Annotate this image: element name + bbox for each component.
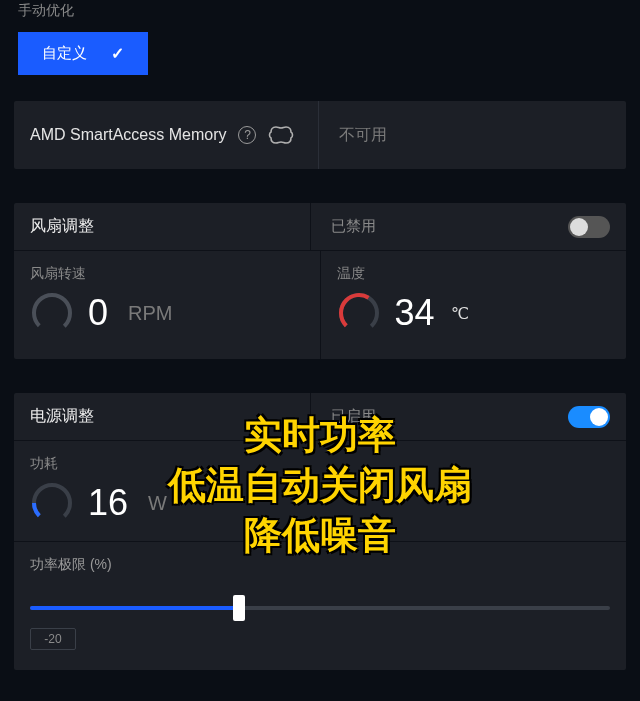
- temperature-unit: ℃: [451, 304, 469, 323]
- temperature-value: 34: [395, 292, 435, 334]
- power-tuning-panel: 电源调整 已启用 功耗 16 W 功率极限 (%): [14, 393, 626, 670]
- check-icon: ✓: [111, 44, 124, 63]
- custom-button-label: 自定义: [42, 44, 87, 63]
- svg-point-2: [337, 291, 381, 335]
- power-limit-section: 功率极限 (%) -20: [14, 541, 626, 670]
- power-consumption-label: 功耗: [30, 455, 304, 473]
- power-limit-value[interactable]: -20: [30, 628, 76, 650]
- smartaccess-memory-row: AMD SmartAccess Memory ? 不可用: [14, 101, 626, 169]
- power-consumption-value: 16: [88, 482, 128, 524]
- sam-title-area: AMD SmartAccess Memory ?: [14, 124, 318, 146]
- fan-speed-value: 0: [88, 292, 108, 334]
- fan-header: 风扇调整 已禁用: [14, 203, 626, 251]
- svg-point-0: [30, 291, 74, 335]
- brain-icon: [268, 124, 294, 146]
- svg-point-4: [30, 481, 74, 525]
- fan-speed-unit: RPM: [128, 302, 172, 325]
- power-status: 已启用: [331, 407, 376, 426]
- power-consumption-unit: W: [148, 492, 167, 515]
- power-limit-slider[interactable]: [30, 598, 610, 618]
- fan-title: 风扇调整: [14, 216, 310, 237]
- fan-tuning-panel: 风扇调整 已禁用 风扇转速 0 RPM 温度: [14, 203, 626, 359]
- help-circle-icon[interactable]: ?: [238, 126, 256, 144]
- power-limit-label: 功率极限 (%): [30, 556, 610, 574]
- fan-speed-gauge: [30, 291, 74, 335]
- temperature-gauge: [337, 291, 381, 335]
- fan-speed-label: 风扇转速: [30, 265, 304, 283]
- power-title: 电源调整: [14, 406, 310, 427]
- manual-optimize-label: 手动优化: [0, 0, 640, 32]
- power-consumption-gauge: [30, 481, 74, 525]
- temperature-cell: 温度 34 ℃: [320, 251, 627, 359]
- power-header: 电源调整 已启用: [14, 393, 626, 441]
- custom-mode-button[interactable]: 自定义 ✓: [18, 32, 148, 75]
- fan-toggle[interactable]: [568, 216, 610, 238]
- fan-speed-cell: 风扇转速 0 RPM: [14, 251, 320, 359]
- temperature-label: 温度: [337, 265, 611, 283]
- sam-status: 不可用: [318, 101, 627, 169]
- sam-title: AMD SmartAccess Memory: [30, 126, 226, 144]
- power-consumption-cell: 功耗 16 W: [14, 441, 320, 541]
- svg-point-3: [30, 481, 74, 525]
- svg-point-1: [337, 291, 381, 335]
- fan-status: 已禁用: [331, 217, 376, 236]
- power-toggle[interactable]: [568, 406, 610, 428]
- slider-handle[interactable]: [233, 595, 245, 621]
